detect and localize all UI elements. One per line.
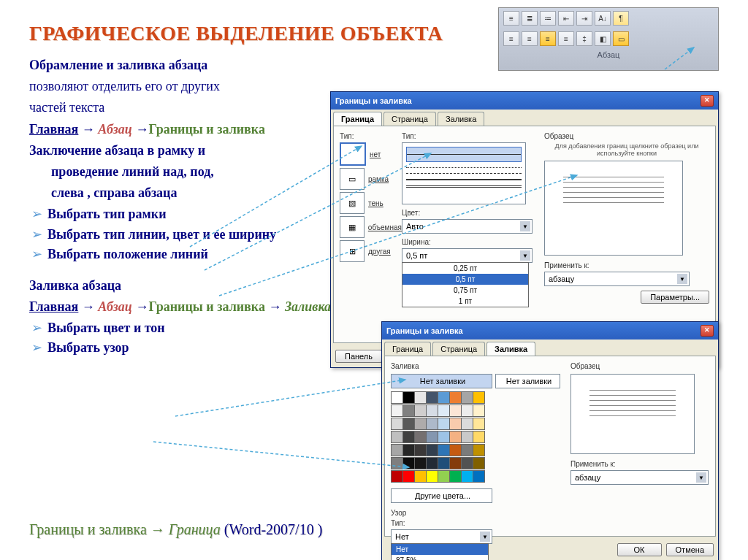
params-button[interactable]: Параметры...	[641, 291, 709, 304]
color-swatch[interactable]	[449, 391, 462, 404]
tab-page[interactable]: Страница	[432, 342, 485, 356]
color-swatch[interactable]	[414, 431, 427, 443]
numbering-button[interactable]: ≣	[522, 11, 538, 26]
color-swatch[interactable]	[438, 418, 450, 430]
color-swatch[interactable]	[461, 444, 473, 456]
more-colors-button[interactable]: Другие цвета...	[391, 488, 492, 503]
color-swatch[interactable]	[449, 457, 462, 469]
color-swatch[interactable]	[426, 457, 438, 469]
color-swatch[interactable]	[402, 391, 415, 404]
color-swatch[interactable]	[461, 470, 473, 483]
color-palette[interactable]	[391, 391, 492, 483]
tab-fill[interactable]: Заливка	[486, 342, 535, 356]
type-none[interactable]: нет	[340, 142, 402, 166]
color-swatch[interactable]	[414, 418, 427, 430]
color-swatch[interactable]	[449, 470, 462, 483]
nofill-selected[interactable]: Нет заливки	[391, 374, 492, 388]
nofill-option[interactable]: Нет заливки	[495, 374, 560, 388]
color-swatch[interactable]	[426, 404, 438, 417]
color-swatch[interactable]	[414, 457, 427, 469]
width-opt[interactable]: 1 пт	[402, 296, 528, 307]
color-swatch[interactable]	[391, 457, 403, 469]
color-swatch[interactable]	[426, 391, 438, 404]
show-marks-button[interactable]: ¶	[613, 11, 629, 26]
align-center-button[interactable]: ≡	[522, 31, 538, 46]
close-button[interactable]: ✕	[701, 325, 714, 337]
panel-button[interactable]: Панель	[335, 350, 382, 363]
color-swatch[interactable]	[461, 391, 473, 404]
color-swatch[interactable]	[473, 470, 485, 483]
color-swatch[interactable]	[438, 444, 450, 456]
tab-border[interactable]: Граница	[384, 342, 431, 356]
align-left-button[interactable]: ≡	[503, 31, 519, 46]
width-opt[interactable]: 0,75 пт	[402, 285, 528, 296]
indent-inc-button[interactable]: ⇥	[576, 11, 592, 26]
bullets-button[interactable]: ≡	[503, 11, 519, 26]
color-swatch[interactable]	[391, 404, 403, 417]
line-spacing-button[interactable]: ‡	[576, 31, 592, 46]
color-swatch[interactable]	[402, 444, 415, 456]
color-swatch[interactable]	[449, 404, 462, 417]
pattern-opt[interactable]: 87,5%	[392, 555, 488, 560]
pattern-opt[interactable]: Нет	[392, 544, 488, 555]
pattern-dropdown[interactable]: Нет 87,5% 90% 95% Тем. горл. Тем. верт.	[391, 543, 489, 560]
color-swatch[interactable]	[461, 418, 473, 430]
tab-border[interactable]: Граница	[333, 112, 382, 126]
color-swatch[interactable]	[473, 404, 485, 417]
color-swatch[interactable]	[426, 470, 438, 483]
color-swatch[interactable]	[473, 431, 485, 443]
type-custom[interactable]: ⊞другая	[340, 240, 402, 262]
color-combo[interactable]: Авто▼	[402, 219, 533, 234]
color-swatch[interactable]	[438, 470, 450, 483]
indent-dec-button[interactable]: ⇤	[558, 11, 574, 26]
type-shadow[interactable]: ▧тень	[340, 192, 402, 214]
color-swatch[interactable]	[449, 444, 462, 456]
apply-combo[interactable]: абзацу▼	[570, 470, 709, 485]
color-swatch[interactable]	[461, 431, 473, 443]
color-swatch[interactable]	[426, 431, 438, 443]
color-swatch[interactable]	[391, 391, 403, 404]
cancel-button[interactable]: Отмена	[666, 543, 714, 556]
color-swatch[interactable]	[414, 444, 427, 456]
pattern-combo[interactable]: Нет▼	[391, 529, 492, 544]
color-swatch[interactable]	[438, 431, 450, 443]
width-dropdown[interactable]: 0,25 пт 0,5 пт 0,75 пт 1 пт	[402, 262, 529, 307]
color-swatch[interactable]	[426, 444, 438, 456]
color-swatch[interactable]	[391, 444, 403, 456]
close-button[interactable]: ✕	[701, 95, 714, 107]
color-swatch[interactable]	[402, 470, 415, 483]
color-swatch[interactable]	[391, 470, 403, 483]
color-swatch[interactable]	[402, 431, 415, 443]
color-swatch[interactable]	[414, 391, 427, 404]
borders-button[interactable]: ▭	[613, 31, 629, 46]
border-preview[interactable]	[544, 161, 683, 256]
color-swatch[interactable]	[402, 404, 415, 417]
width-combo[interactable]: 0,5 пт▼	[402, 248, 533, 263]
color-swatch[interactable]	[461, 404, 473, 417]
color-swatch[interactable]	[449, 418, 462, 430]
apply-combo[interactable]: абзацу▼	[544, 272, 690, 286]
width-opt[interactable]: 0,25 пт	[402, 263, 528, 274]
width-opt[interactable]: 0,5 пт	[402, 274, 528, 285]
color-swatch[interactable]	[473, 457, 485, 469]
color-swatch[interactable]	[473, 418, 485, 430]
color-swatch[interactable]	[402, 418, 415, 430]
color-swatch[interactable]	[402, 457, 415, 469]
color-swatch[interactable]	[391, 431, 403, 443]
color-swatch[interactable]	[414, 404, 427, 417]
sort-button[interactable]: A↓	[595, 11, 611, 26]
align-justify-button[interactable]: ≡	[540, 31, 556, 46]
color-swatch[interactable]	[391, 418, 403, 430]
color-swatch[interactable]	[449, 431, 462, 443]
color-swatch[interactable]	[438, 404, 450, 417]
ok-button[interactable]: ОК	[617, 543, 662, 556]
tab-page[interactable]: Страница	[383, 112, 436, 126]
color-swatch[interactable]	[414, 470, 427, 483]
color-swatch[interactable]	[473, 444, 485, 456]
color-swatch[interactable]	[438, 457, 450, 469]
type-box[interactable]: ▭рамка	[340, 168, 402, 190]
color-swatch[interactable]	[461, 457, 473, 469]
align-right-button[interactable]: ≡	[558, 31, 574, 46]
line-style-list[interactable]	[402, 142, 526, 204]
color-swatch[interactable]	[438, 391, 450, 404]
